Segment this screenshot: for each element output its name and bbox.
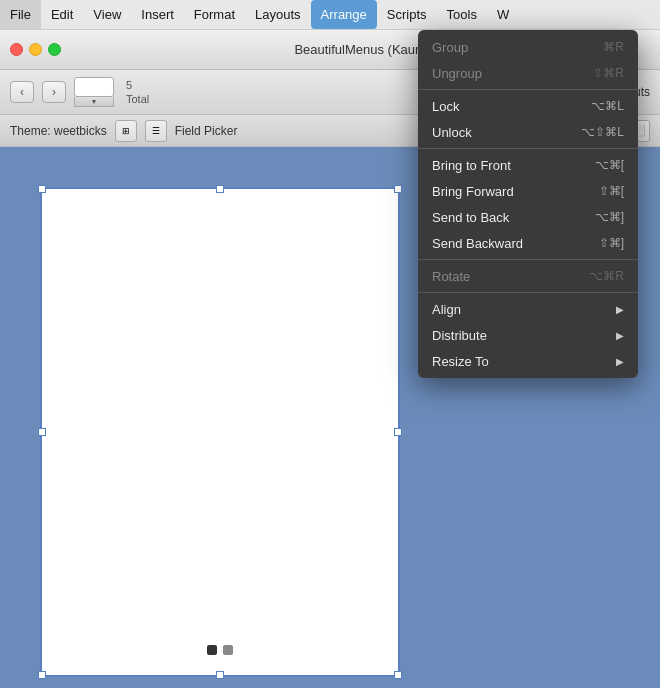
field-picker-icon[interactable]: ☰: [145, 120, 167, 142]
grid-icon[interactable]: ⊞: [115, 120, 137, 142]
menubar-extra[interactable]: W: [487, 0, 519, 29]
menubar-arrange[interactable]: Arrange: [311, 0, 377, 29]
page-dot-active[interactable]: [207, 645, 217, 655]
menu-item-lock-shortcut: ⌥⌘L: [591, 99, 624, 113]
page-input[interactable]: 5: [74, 77, 114, 97]
menu-item-bring-to-front-label: Bring to Front: [432, 158, 511, 173]
menu-item-ungroup-label: Ungroup: [432, 66, 482, 81]
menu-item-align[interactable]: Align: [418, 296, 638, 322]
menu-item-send-backward[interactable]: Send Backward ⇧⌘]: [418, 230, 638, 256]
menu-item-distribute-label: Distribute: [432, 328, 487, 343]
menu-item-bring-to-front[interactable]: Bring to Front ⌥⌘[: [418, 152, 638, 178]
maximize-button[interactable]: [48, 43, 61, 56]
menubar-tools[interactable]: Tools: [437, 0, 487, 29]
canvas-page: [40, 187, 400, 677]
menu-item-send-to-back-shortcut: ⌥⌘]: [595, 210, 624, 224]
menubar-file[interactable]: File: [0, 0, 41, 29]
menubar: File Edit View Insert Format Layouts Arr…: [0, 0, 660, 30]
menu-item-send-to-back[interactable]: Send to Back ⌥⌘]: [418, 204, 638, 230]
handle-top-middle[interactable]: [216, 185, 224, 193]
handle-top-right[interactable]: [394, 185, 402, 193]
handle-bottom-middle[interactable]: [216, 671, 224, 679]
arrange-dropdown-menu: Group ⌘R Ungroup ⇧⌘R Lock ⌥⌘L Unlock ⌥⇧⌘…: [418, 30, 638, 378]
menu-item-send-backward-shortcut: ⇧⌘]: [599, 236, 624, 250]
menu-item-lock[interactable]: Lock ⌥⌘L: [418, 93, 638, 119]
menu-item-ungroup-shortcut: ⇧⌘R: [593, 66, 624, 80]
menu-item-group[interactable]: Group ⌘R: [418, 34, 638, 60]
menu-divider-2: [418, 148, 638, 149]
menu-item-bring-forward-label: Bring Forward: [432, 184, 514, 199]
menu-item-group-shortcut: ⌘R: [603, 40, 624, 54]
menubar-scripts[interactable]: Scripts: [377, 0, 437, 29]
menu-divider-4: [418, 292, 638, 293]
menu-item-bring-to-front-shortcut: ⌥⌘[: [595, 158, 624, 172]
close-button[interactable]: [10, 43, 23, 56]
menubar-view[interactable]: View: [83, 0, 131, 29]
next-page-button[interactable]: ›: [42, 81, 66, 103]
menubar-format[interactable]: Format: [184, 0, 245, 29]
menu-item-resize-to-label: Resize To: [432, 354, 489, 369]
menu-item-lock-label: Lock: [432, 99, 459, 114]
handle-bottom-left[interactable]: [38, 671, 46, 679]
menu-item-unlock-label: Unlock: [432, 125, 472, 140]
menubar-layouts[interactable]: Layouts: [245, 0, 311, 29]
handle-bottom-right[interactable]: [394, 671, 402, 679]
traffic-lights: [10, 43, 61, 56]
prev-page-button[interactable]: ‹: [10, 81, 34, 103]
page-total-label: Total: [126, 92, 149, 106]
menu-item-rotate-label: Rotate: [432, 269, 470, 284]
handle-middle-right[interactable]: [394, 428, 402, 436]
menu-item-distribute[interactable]: Distribute: [418, 322, 638, 348]
menu-item-rotate[interactable]: Rotate ⌥⌘R: [418, 263, 638, 289]
page-indicator: [207, 645, 233, 655]
minimize-button[interactable]: [29, 43, 42, 56]
handle-middle-left[interactable]: [38, 428, 46, 436]
menu-item-ungroup[interactable]: Ungroup ⇧⌘R: [418, 60, 638, 86]
menu-item-bring-forward[interactable]: Bring Forward ⇧⌘[: [418, 178, 638, 204]
menubar-edit[interactable]: Edit: [41, 0, 83, 29]
handle-top-left[interactable]: [38, 185, 46, 193]
menu-item-send-to-back-label: Send to Back: [432, 210, 509, 225]
menu-item-align-label: Align: [432, 302, 461, 317]
menubar-insert[interactable]: Insert: [131, 0, 184, 29]
menu-item-rotate-shortcut: ⌥⌘R: [589, 269, 624, 283]
menu-divider-3: [418, 259, 638, 260]
theme-label: Theme: weetbicks: [10, 124, 107, 138]
menu-item-send-backward-label: Send Backward: [432, 236, 523, 251]
menu-item-bring-forward-shortcut: ⇧⌘[: [599, 184, 624, 198]
menu-item-group-label: Group: [432, 40, 468, 55]
field-picker-label: Field Picker: [175, 124, 238, 138]
page-dropdown[interactable]: ▼: [74, 97, 114, 107]
menu-item-resize-to[interactable]: Resize To: [418, 348, 638, 374]
page-dot-inactive[interactable]: [223, 645, 233, 655]
menu-item-unlock-shortcut: ⌥⇧⌘L: [581, 125, 624, 139]
page-number-display: 5: [126, 78, 149, 92]
menu-divider-1: [418, 89, 638, 90]
menu-item-unlock[interactable]: Unlock ⌥⇧⌘L: [418, 119, 638, 145]
